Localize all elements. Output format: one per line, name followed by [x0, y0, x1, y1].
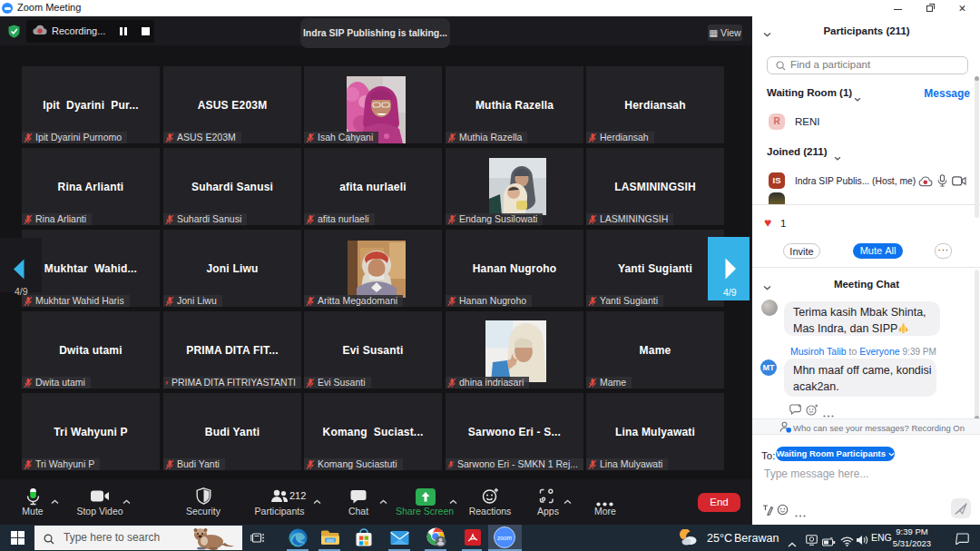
svg-text:zoom: zoom	[497, 535, 512, 541]
